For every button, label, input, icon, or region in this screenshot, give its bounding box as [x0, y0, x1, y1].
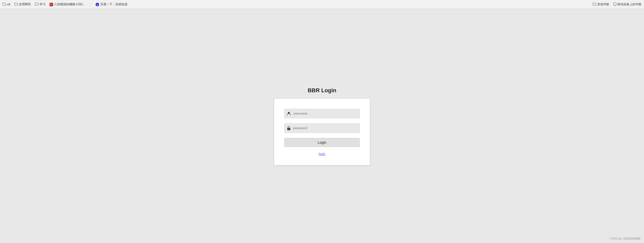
folder-icon-3 [35, 3, 38, 6]
bookmark-csdn-label: 八块腹肌的橘猫-CSD... [54, 2, 85, 7]
folder-icon-2 [14, 3, 18, 6]
username-wrapper [284, 109, 360, 118]
bookmark-study[interactable]: 学习 [35, 2, 46, 7]
bookmark-csdn[interactable]: C 八块腹肌的橘猫-CSD... [50, 2, 85, 7]
bookmark-other[interactable]: 其他书签 [593, 2, 609, 7]
lock-icon [286, 126, 291, 131]
help-link[interactable]: help [319, 152, 325, 156]
folder-icon [3, 3, 6, 6]
svg-point-3 [615, 5, 615, 5]
page-content: BBR Login Login [0, 9, 644, 243]
svg-point-6 [289, 129, 289, 129]
password-input[interactable] [284, 123, 360, 133]
person-icon [286, 111, 291, 116]
baidu-icon: B [95, 3, 99, 7]
username-input[interactable] [284, 109, 360, 118]
bookmark-separator [90, 2, 90, 7]
bookmark-ctf[interactable]: ctf [3, 3, 10, 6]
watermark: CSDN @八块腹肌的橘猫 [610, 237, 640, 240]
folder-icon-other [593, 3, 596, 6]
bookmark-study-label: 学习 [39, 2, 46, 7]
page-title: BBR Login [308, 87, 336, 94]
bookmark-useful-web-label: 实用网页 [19, 2, 31, 7]
mobile-icon [613, 2, 616, 7]
password-wrapper [284, 123, 360, 133]
bookmark-baidu-label: 百度一下，你就知道 [100, 2, 128, 7]
bookmark-other-label: 其他书签 [597, 2, 609, 7]
bookmark-mobile[interactable]: 移动设备上的书签 [613, 2, 641, 7]
csdn-icon: C [50, 3, 53, 6]
bookmark-mobile-label: 移动设备上的书签 [617, 2, 641, 7]
browser-bookmarks-bar: ctf 实用网页 学习 C 八块腹肌的橘猫-CSD... B 百度一下，你就知道 [0, 0, 644, 9]
right-bookmarks: 其他书签 移动设备上的书签 [593, 2, 641, 7]
bookmark-useful-web[interactable]: 实用网页 [14, 2, 31, 7]
bookmark-ctf-label: ctf [7, 3, 10, 6]
bookmark-baidu[interactable]: B 百度一下，你就知道 [95, 2, 128, 7]
login-card: Login help [274, 99, 370, 165]
svg-text:B: B [97, 4, 98, 6]
login-button[interactable]: Login [284, 138, 360, 147]
